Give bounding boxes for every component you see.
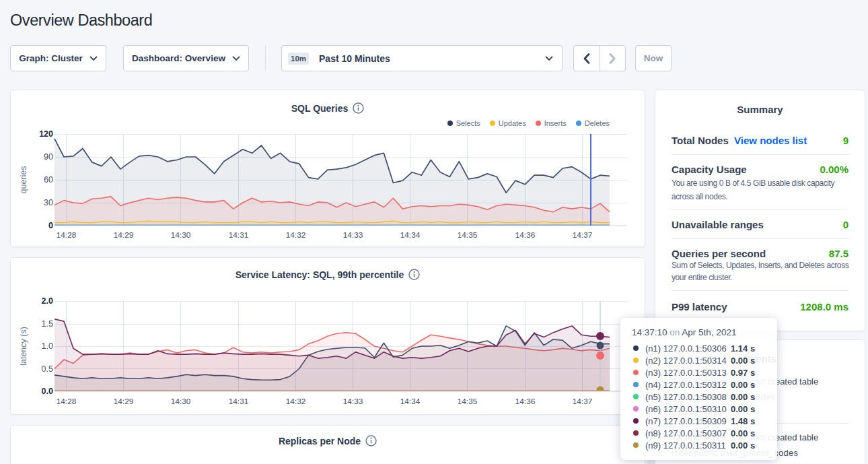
svg-text:14:33: 14:33	[343, 397, 363, 406]
svg-text:14:30: 14:30	[171, 397, 191, 406]
svg-text:14:31: 14:31	[229, 230, 249, 240]
svg-text:2.0: 2.0	[42, 296, 53, 306]
svg-text:14:29: 14:29	[114, 397, 134, 406]
svg-text:14:35: 14:35	[458, 230, 478, 240]
svg-text:14:34: 14:34	[400, 230, 421, 240]
svg-text:14:37: 14:37	[573, 230, 593, 240]
svg-text:queries: queries	[19, 166, 28, 194]
svg-text:120: 120	[39, 129, 53, 139]
svg-text:60: 60	[44, 175, 53, 185]
svg-text:1.0: 1.0	[42, 341, 53, 351]
svg-text:latency (s): latency (s)	[19, 327, 28, 366]
svg-text:0.5: 0.5	[42, 364, 53, 374]
svg-text:14:33: 14:33	[343, 230, 363, 240]
svg-text:14:37: 14:37	[573, 397, 593, 406]
svg-text:14:34: 14:34	[400, 397, 421, 406]
svg-text:90: 90	[44, 152, 53, 162]
svg-text:30: 30	[44, 198, 53, 207]
svg-text:14:32: 14:32	[286, 230, 306, 240]
svg-text:14:30: 14:30	[171, 230, 191, 240]
svg-text:14:35: 14:35	[458, 397, 478, 406]
svg-text:14:36: 14:36	[515, 230, 536, 240]
svg-text:14:28: 14:28	[57, 230, 77, 240]
svg-text:1.5: 1.5	[42, 319, 53, 329]
svg-text:14:31: 14:31	[229, 397, 249, 406]
svg-text:0: 0	[48, 221, 53, 230]
svg-text:14:36: 14:36	[515, 397, 536, 406]
svg-text:14:32: 14:32	[286, 397, 306, 406]
svg-text:14:28: 14:28	[57, 397, 77, 406]
svg-text:14:29: 14:29	[114, 230, 134, 240]
svg-text:0.0: 0.0	[42, 387, 53, 396]
